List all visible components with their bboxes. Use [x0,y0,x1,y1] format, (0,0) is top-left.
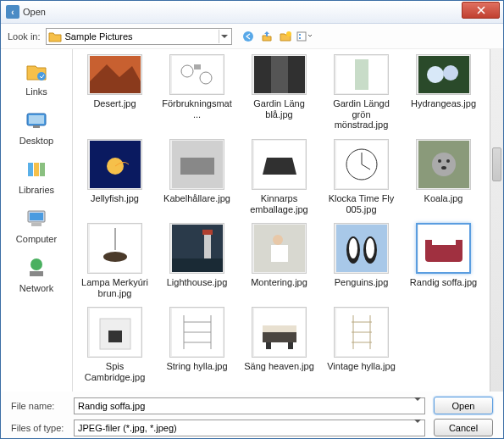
sidebar-item-computer[interactable]: Computer [1,202,72,251]
network-icon [23,254,50,281]
file-item[interactable]: Lampa Merkyúri brun.jpg [80,223,150,298]
filetype-select[interactable]: JPEG-filer (*.jpg, *.jpeg) [74,420,425,436]
filename-input[interactable]: Randig soffa.jpg [74,397,425,414]
svg-rect-2 [297,32,306,41]
app-icon: ‹ [6,5,19,19]
svg-rect-47 [204,233,211,258]
filename-dropdown-arrow[interactable] [414,401,421,411]
titlebar: ‹ Open [1,1,503,24]
svg-rect-58 [425,240,432,248]
lookin-dropdown-arrow[interactable] [219,30,230,43]
svg-rect-14 [31,223,42,226]
file-item[interactable]: String hylla.jpg [162,307,232,382]
svg-rect-7 [29,115,44,124]
file-item[interactable]: Penguins.jpg [326,223,396,298]
filetype-dropdown-arrow[interactable] [414,423,421,433]
new-folder-icon[interactable] [278,29,293,44]
libraries-icon [23,156,50,183]
svg-point-0 [243,31,253,42]
svg-rect-10 [34,163,39,176]
sidebar-item-network[interactable]: Network [1,251,72,300]
svg-rect-52 [336,225,387,272]
file-name: Säng heaven.jpg [244,361,314,372]
svg-rect-4 [299,37,301,39]
file-item[interactable]: Spis Cambridge.jpg [80,307,150,382]
file-item[interactable]: Desert.jpg [80,54,150,131]
lookin-value: Sample Pictures [65,31,219,42]
file-list-area: Desert.jpg Förbrukningsmat... Gardin Län… [72,49,503,392]
file-grid[interactable]: Desert.jpg Förbrukningsmat... Gardin Län… [73,49,503,392]
file-item[interactable]: Gardin Längd grön mönstrad.jpg [326,54,396,131]
svg-rect-32 [180,158,214,175]
sidebar-item-links[interactable]: Links [1,54,72,103]
file-item-selected[interactable]: Randig soffa.jpg [408,223,479,298]
svg-point-42 [441,166,446,169]
sidebar-item-label: Desktop [19,136,53,146]
file-item[interactable]: Jellyfish.jpg [80,139,150,214]
toolbar: Look in: Sample Pictures [1,24,503,49]
file-name: Klocka Time Fly 005.jpg [326,193,396,214]
file-name: Desert.jpg [93,98,136,109]
svg-rect-25 [355,59,368,90]
footer: File name: Randig soffa.jpg Open Files o… [1,392,503,438]
sidebar-item-label: Libraries [19,185,54,195]
file-item[interactable]: Gardin Läng blå.jpg [244,54,314,131]
file-name: Lighthouse.jpg [167,277,228,288]
svg-rect-62 [108,331,122,342]
svg-rect-16 [30,271,43,276]
file-item[interactable]: Klocka Time Fly 005.jpg [326,139,396,214]
up-icon[interactable] [259,29,274,44]
svg-point-1 [286,31,291,36]
svg-rect-11 [40,163,45,176]
file-item[interactable]: Kinnarps emballage.jpg [244,139,314,214]
file-item[interactable]: Säng heaven.jpg [244,307,314,382]
file-name: Spis Cambridge.jpg [80,361,150,382]
lookin-combo[interactable]: Sample Pictures [46,28,232,45]
vertical-scrollbar[interactable] [490,49,503,392]
file-name: Lampa Merkyúri brun.jpg [80,277,150,298]
filetype-value: JPEG-filer (*.jpg, *.jpeg) [78,423,177,433]
scrollbar-thumb[interactable] [492,147,501,181]
folder-icon [48,31,62,42]
back-icon[interactable] [241,29,256,44]
file-name: Randig soffa.jpg [410,277,477,288]
file-item[interactable]: Vintage hylla.jpg [326,307,396,382]
svg-rect-9 [28,163,33,176]
svg-point-39 [432,153,456,176]
window-title: Open [23,7,462,17]
close-button[interactable] [462,2,500,19]
sidebar-item-desktop[interactable]: Desktop [1,103,72,153]
dialog-body: Links Desktop Libraries Computer Network [1,49,503,392]
svg-point-56 [366,238,374,258]
file-item[interactable]: Förbrukningsmat... [162,54,232,131]
svg-rect-23 [271,56,288,93]
svg-rect-3 [299,34,301,36]
views-icon[interactable] [296,29,312,44]
file-name: Kinnarps emballage.jpg [244,193,314,214]
file-item[interactable]: Montering.jpg [244,223,314,298]
file-name: Penguins.jpg [335,277,389,288]
svg-rect-73 [288,342,293,349]
cancel-button[interactable]: Cancel [434,419,493,436]
file-name: Jellyfish.jpg [91,193,139,204]
file-item[interactable]: Lighthouse.jpg [162,223,232,298]
sidebar-item-libraries[interactable]: Libraries [1,153,72,202]
sidebar: Links Desktop Libraries Computer Network [1,49,72,392]
file-item[interactable]: Koala.jpg [408,139,479,214]
open-button[interactable]: Open [434,397,493,414]
svg-point-28 [443,65,458,81]
links-icon [23,58,50,85]
filetype-label: Files of type: [11,423,74,433]
file-item[interactable]: Hydrangeas.jpg [408,54,479,131]
file-name: Förbrukningsmat... [161,98,233,119]
svg-point-5 [37,72,46,81]
file-item[interactable]: Kabelhållare.jpg [162,139,232,214]
filename-label: File name: [11,401,74,411]
svg-rect-72 [266,342,271,349]
lookin-label: Look in: [8,31,41,42]
file-name: Kabelhållare.jpg [163,193,230,204]
svg-rect-18 [172,56,223,93]
computer-icon [23,205,50,232]
svg-rect-71 [263,325,296,332]
svg-rect-70 [263,331,296,342]
